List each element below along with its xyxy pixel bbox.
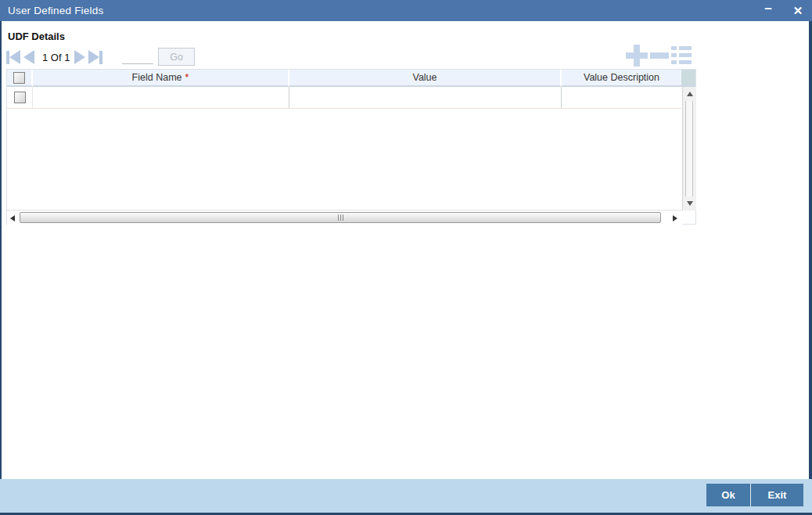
field-name-cell[interactable] bbox=[33, 87, 289, 108]
go-button[interactable]: Go bbox=[158, 48, 195, 66]
ok-button[interactable]: Ok bbox=[706, 484, 751, 506]
vertical-scroll-thumb[interactable] bbox=[685, 101, 693, 196]
vertical-scrollbar[interactable] bbox=[682, 87, 696, 211]
close-icon[interactable]: ✕ bbox=[790, 0, 806, 21]
value-cell[interactable] bbox=[289, 87, 562, 108]
next-page-icon[interactable] bbox=[74, 50, 85, 64]
plus-icon[interactable] bbox=[626, 45, 648, 67]
footer-bar: Ok Exit bbox=[0, 479, 812, 513]
row-checkbox-cell bbox=[7, 87, 33, 108]
value-description-cell[interactable] bbox=[562, 87, 681, 108]
pagination-bar: 1 Of 1 bbox=[6, 47, 106, 67]
scroll-right-icon[interactable] bbox=[670, 211, 681, 225]
scroll-down-icon[interactable] bbox=[683, 198, 696, 209]
section-title: UDF Details bbox=[8, 31, 65, 42]
horizontal-scrollbar[interactable] bbox=[7, 210, 682, 225]
page-indicator: 1 Of 1 bbox=[42, 52, 70, 63]
horizontal-scroll-thumb[interactable] bbox=[20, 212, 661, 223]
first-page-icon[interactable] bbox=[6, 50, 20, 64]
last-page-icon[interactable] bbox=[88, 50, 102, 64]
column-label: Value Description bbox=[584, 72, 659, 83]
window-border-left bbox=[0, 21, 2, 515]
table-row bbox=[7, 87, 681, 109]
list-icon[interactable] bbox=[671, 46, 692, 65]
minimize-icon[interactable]: – bbox=[760, 0, 776, 23]
window-controls: – ✕ bbox=[760, 0, 806, 21]
udf-dialog: User Defined Fields – ✕ UDF Details 1 Of… bbox=[0, 0, 812, 515]
grid-header: Field Name * Value Value Description bbox=[7, 70, 695, 87]
footer-buttons: Ok Exit bbox=[706, 484, 803, 506]
scroll-up-icon[interactable] bbox=[683, 88, 696, 99]
column-header-value: Value bbox=[289, 70, 562, 87]
row-checkbox[interactable] bbox=[14, 92, 26, 103]
scroll-left-icon[interactable] bbox=[7, 211, 18, 225]
header-select-all-cell bbox=[7, 70, 33, 87]
required-asterisk: * bbox=[185, 72, 189, 83]
column-header-value-description: Value Description bbox=[562, 70, 681, 87]
record-actions bbox=[624, 45, 693, 67]
exit-button[interactable]: Exit bbox=[751, 484, 803, 506]
column-label: Field Name bbox=[132, 72, 182, 83]
goto-page-input[interactable] bbox=[122, 50, 153, 64]
previous-page-icon[interactable] bbox=[23, 50, 34, 64]
minus-icon[interactable] bbox=[650, 52, 669, 59]
scroll-corner bbox=[681, 70, 695, 87]
udf-grid: Field Name * Value Value Description bbox=[6, 69, 696, 225]
select-all-checkbox[interactable] bbox=[13, 72, 25, 84]
window-border-right bbox=[809, 21, 812, 515]
column-label: Value bbox=[412, 72, 437, 83]
column-header-field-name: Field Name * bbox=[33, 70, 289, 87]
titlebar: User Defined Fields – ✕ bbox=[0, 0, 812, 21]
window-title: User Defined Fields bbox=[0, 5, 103, 16]
